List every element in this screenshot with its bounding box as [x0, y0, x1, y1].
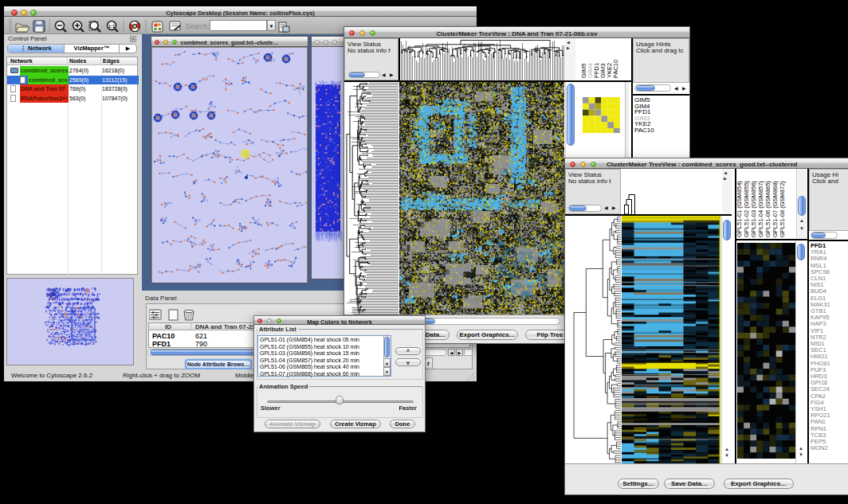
svg-text:1:1: 1:1 [108, 24, 116, 29]
